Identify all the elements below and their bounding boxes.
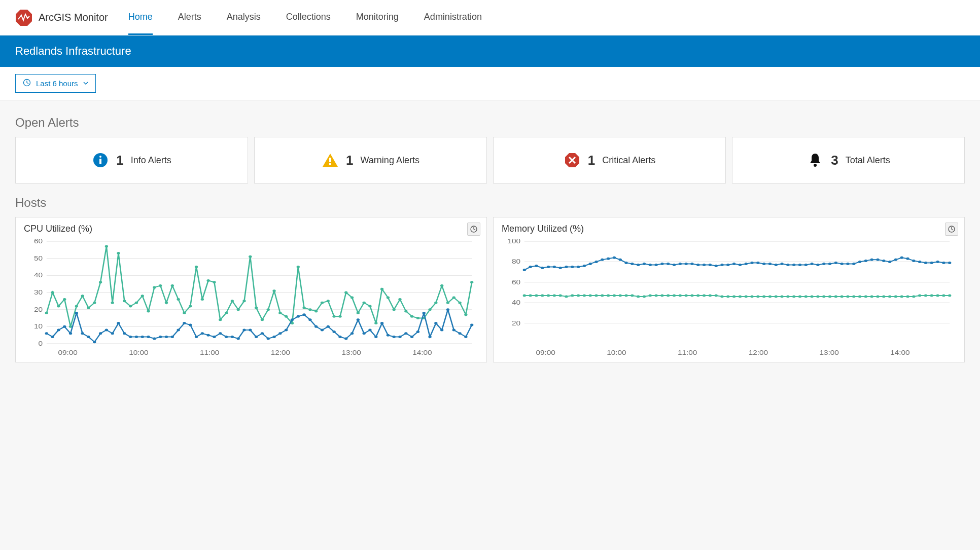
- time-range-picker[interactable]: Last 6 hours: [15, 74, 96, 93]
- svg-point-174: [458, 332, 461, 335]
- info-alerts-card[interactable]: 1 Info Alerts: [15, 137, 248, 183]
- svg-point-57: [189, 305, 192, 307]
- svg-text:60: 60: [512, 279, 520, 285]
- critical-alerts-card[interactable]: 1 Critical Alerts: [493, 137, 726, 183]
- svg-text:09:00: 09:00: [536, 350, 556, 356]
- nav-alerts[interactable]: Alerts: [178, 1, 201, 35]
- svg-point-50: [147, 310, 150, 313]
- svg-text:10: 10: [34, 323, 43, 330]
- svg-point-328: [894, 296, 897, 298]
- svg-point-232: [750, 262, 753, 264]
- total-count: 3: [831, 153, 838, 168]
- svg-point-43: [105, 245, 108, 248]
- svg-point-200: [558, 267, 562, 269]
- svg-point-68: [255, 307, 258, 309]
- svg-point-150: [314, 325, 318, 328]
- svg-point-223: [696, 264, 699, 266]
- svg-point-225: [709, 264, 712, 266]
- svg-point-113: [93, 341, 96, 343]
- svg-point-278: [594, 295, 598, 297]
- svg-point-226: [714, 265, 717, 267]
- svg-point-101: [452, 297, 456, 299]
- svg-point-126: [171, 336, 174, 338]
- nav-administration[interactable]: Administration: [424, 1, 482, 35]
- svg-point-168: [423, 312, 426, 314]
- svg-point-11: [814, 164, 817, 167]
- svg-point-139: [249, 329, 252, 332]
- svg-point-301: [732, 296, 736, 298]
- svg-point-170: [434, 322, 437, 324]
- svg-point-160: [374, 336, 377, 338]
- time-range-label: Last 6 hours: [36, 79, 78, 88]
- svg-text:40: 40: [34, 272, 43, 279]
- svg-point-229: [732, 263, 736, 265]
- nav-collections[interactable]: Collections: [286, 1, 331, 35]
- svg-point-203: [577, 266, 580, 268]
- svg-point-238: [786, 264, 789, 266]
- svg-point-99: [440, 284, 443, 287]
- app-logo-icon: [15, 9, 32, 26]
- nav-analysis[interactable]: Analysis: [227, 1, 261, 35]
- svg-point-61: [213, 281, 216, 283]
- svg-point-116: [111, 332, 114, 335]
- svg-point-269: [541, 295, 544, 297]
- svg-point-237: [780, 263, 783, 265]
- charts-row: CPU Utilized (%) 010203040506009:0010:00…: [15, 217, 965, 362]
- svg-point-267: [529, 295, 532, 297]
- svg-point-333: [924, 295, 927, 297]
- svg-text:11:00: 11:00: [678, 350, 697, 356]
- cpu-chart-time-button[interactable]: [467, 223, 480, 236]
- cpu-chart-area: 010203040506009:0010:0011:0012:0013:0014…: [24, 236, 478, 358]
- svg-point-274: [571, 295, 574, 297]
- svg-point-245: [828, 263, 831, 265]
- hosts-heading: Hosts: [15, 196, 965, 210]
- nav-monitoring[interactable]: Monitoring: [356, 1, 399, 35]
- svg-point-276: [583, 295, 586, 297]
- svg-point-34: [51, 291, 54, 294]
- cpu-chart-card: CPU Utilized (%) 010203040506009:0010:00…: [15, 217, 487, 362]
- svg-point-143: [272, 336, 275, 338]
- svg-point-228: [726, 264, 729, 266]
- info-label: Info Alerts: [131, 155, 171, 166]
- svg-point-201: [565, 266, 568, 268]
- svg-point-199: [553, 266, 556, 268]
- svg-point-206: [594, 261, 598, 263]
- svg-text:13:00: 13:00: [341, 350, 361, 356]
- warning-count: 1: [346, 153, 353, 168]
- svg-point-246: [834, 262, 837, 264]
- svg-text:10:00: 10:00: [607, 350, 626, 356]
- svg-point-297: [709, 295, 712, 297]
- svg-point-197: [541, 267, 544, 269]
- svg-point-73: [285, 315, 288, 318]
- svg-point-207: [601, 259, 604, 261]
- svg-point-147: [297, 315, 300, 318]
- warning-alerts-card[interactable]: 1 Warning Alerts: [254, 137, 487, 183]
- svg-point-202: [571, 266, 574, 268]
- memory-chart-area: 2040608010009:0010:0011:0012:0013:0014:0…: [502, 236, 956, 358]
- svg-point-282: [619, 295, 622, 297]
- svg-point-114: [99, 332, 102, 335]
- svg-point-86: [362, 302, 365, 304]
- svg-point-298: [714, 295, 717, 297]
- svg-point-261: [924, 262, 927, 264]
- svg-text:12:00: 12:00: [749, 350, 768, 356]
- svg-point-251: [864, 260, 867, 262]
- svg-point-287: [649, 295, 652, 297]
- svg-point-80: [327, 300, 330, 302]
- svg-point-66: [242, 300, 246, 302]
- memory-chart-time-button[interactable]: [945, 223, 958, 236]
- total-alerts-card[interactable]: 3 Total Alerts: [732, 137, 965, 183]
- svg-point-144: [278, 332, 282, 335]
- svg-text:50: 50: [34, 255, 43, 262]
- svg-point-283: [624, 295, 627, 297]
- svg-point-236: [775, 264, 778, 266]
- svg-point-204: [583, 265, 586, 267]
- svg-point-213: [637, 264, 640, 266]
- svg-point-118: [123, 332, 126, 335]
- svg-point-69: [261, 318, 264, 321]
- nav-home[interactable]: Home: [128, 1, 153, 35]
- svg-point-33: [45, 312, 48, 314]
- svg-point-259: [912, 260, 915, 262]
- svg-point-227: [720, 264, 723, 266]
- svg-point-76: [302, 307, 305, 309]
